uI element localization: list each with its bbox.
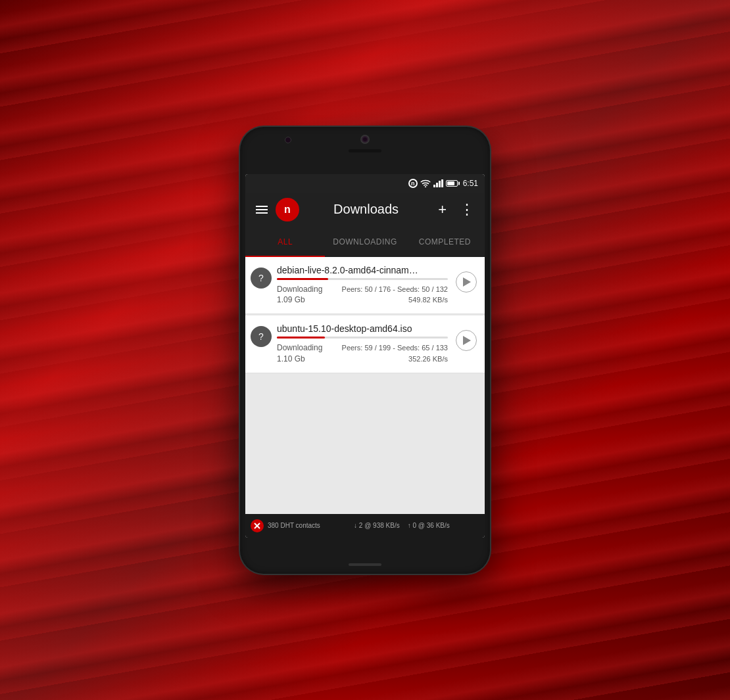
tab-all[interactable]: ALL <box>245 227 325 257</box>
item-content: debian-live-8.2.0-amd64-cinnam… Download… <box>277 265 448 306</box>
camera-sensor <box>360 135 370 144</box>
item-meta-2: Downloading 1.10 Gb Peers: 59 / 199 - Se… <box>277 342 448 365</box>
item-meta-1: Downloading 1.09 Gb Peers: 50 / 176 - Se… <box>277 284 448 306</box>
play-button-2[interactable] <box>456 330 477 351</box>
content-area: ? debian-live-8.2.0-amd64-cinnam… Downlo… <box>245 257 485 514</box>
progress-fill-2 <box>277 337 325 338</box>
download-stat: ↓ 2 @ 938 KB/s <box>354 522 400 529</box>
status-icons <box>420 179 458 187</box>
wifi-icon <box>420 179 431 187</box>
clock: 6:51 <box>463 179 478 188</box>
filename-1: debian-live-8.2.0-amd64-cinnam… <box>277 265 448 275</box>
add-button[interactable]: + <box>433 198 452 221</box>
app-logo: n <box>276 198 299 222</box>
dht-contacts: 380 DHT contacts <box>268 522 320 529</box>
earpiece-speaker <box>349 149 381 152</box>
bottom-stats: ↓ 2 @ 938 KB/s ↑ 0 @ 36 KB/s <box>324 522 479 529</box>
tab-downloading[interactable]: DOWNLOADING <box>325 227 404 257</box>
play-icon-1 <box>463 277 471 287</box>
progress-fill-1 <box>277 278 328 280</box>
tab-completed[interactable]: COMPLETED <box>405 227 485 257</box>
play-button-1[interactable] <box>456 271 477 292</box>
download-item[interactable]: ? debian-live-8.2.0-amd64-cinnam… Downlo… <box>245 257 485 315</box>
phone-screen: n <box>245 174 485 538</box>
app-toolbar: n Downloads + ⋮ <box>245 193 485 227</box>
more-options-button[interactable]: ⋮ <box>454 198 479 221</box>
front-camera <box>285 137 291 143</box>
item-content-2: ubuntu-15.10-desktop-amd64.iso Downloadi… <box>277 323 448 365</box>
notification-icon: n <box>408 179 418 188</box>
progress-bar-1 <box>277 278 448 280</box>
bottom-bar: 380 DHT contacts ↓ 2 @ 938 KB/s ↑ 0 @ 36… <box>245 514 485 538</box>
home-bar <box>349 563 381 566</box>
download-item-2[interactable]: ? ubuntu-15.10-desktop-amd64.iso Downloa… <box>245 315 485 373</box>
item-status-1: Downloading 1.09 Gb <box>277 284 322 306</box>
toolbar-actions: + ⋮ <box>433 198 479 221</box>
dht-icon <box>251 519 264 532</box>
item-peers-1: Peers: 50 / 176 - Seeds: 50 / 132 549.82… <box>342 284 448 306</box>
item-unknown-icon: ? <box>251 268 272 289</box>
item-peers-2: Peers: 59 / 199 - Seeds: 65 / 133 352.26… <box>342 342 448 364</box>
item-unknown-icon-2: ? <box>251 326 272 347</box>
item-status-2: Downloading 1.10 Gb <box>277 342 322 365</box>
battery-icon <box>446 180 458 187</box>
svg-point-0 <box>425 186 426 187</box>
play-icon-2 <box>463 336 471 345</box>
signal-bars <box>433 179 443 187</box>
filename-2: ubuntu-15.10-desktop-amd64.iso <box>277 323 448 334</box>
toolbar-title: Downloads <box>299 202 433 217</box>
menu-button[interactable] <box>251 200 273 219</box>
phone-device: n <box>240 127 490 574</box>
status-bar: n <box>245 174 485 193</box>
progress-bar-2 <box>277 337 448 338</box>
tabs-bar: ALL DOWNLOADING COMPLETED <box>245 227 485 257</box>
upload-stat: ↑ 0 @ 36 KB/s <box>408 522 450 529</box>
